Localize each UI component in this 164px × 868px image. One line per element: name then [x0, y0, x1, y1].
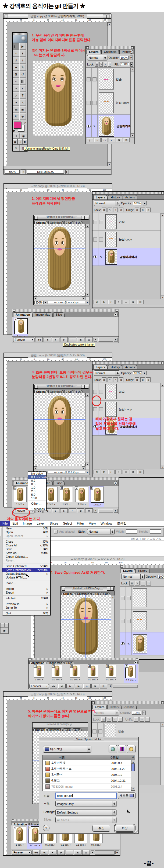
scroll-down-icon[interactable]: ▼: [108, 162, 111, 166]
loop-select[interactable]: Forever▼: [12, 850, 32, 855]
anim-frame-6-selected[interactable]: 6 1 sec.: [91, 487, 104, 506]
frame-delay-select[interactable]: 0.5 sec.: [125, 679, 136, 681]
tab-history[interactable]: History: [107, 705, 121, 709]
scroll-up-icon[interactable]: ▲: [131, 68, 134, 71]
notes-tool-icon[interactable]: ▤: [13, 106, 19, 113]
menu-item-new[interactable]: New…⌘N: [2, 526, 50, 530]
delete-frame-button[interactable]: ▥: [82, 850, 90, 855]
jump-to-photoshop-icon[interactable]: ◉: [0, 627, 8, 634]
delay-current-value[interactable]: 1 seconds: [28, 507, 46, 510]
delete-frame-button[interactable]: ▥: [100, 684, 107, 688]
lasso-tool-icon[interactable]: ○: [13, 50, 19, 57]
quickmask-mode-icon[interactable]: ◉: [20, 133, 27, 139]
zoom-select[interactable]: 300%: [34, 301, 44, 304]
frame-delay-select[interactable]: 0.1 sec.: [44, 843, 57, 846]
style-select[interactable]: Normal: [87, 529, 115, 534]
delay-option-selected[interactable]: 0.1 seconds: [28, 475, 46, 479]
duplicate-frame-button[interactable]: ▣: [74, 850, 81, 855]
unify-style-icon[interactable]: ◘: [146, 377, 151, 382]
menu-item-preview-in[interactable]: Preview In▸: [2, 602, 50, 606]
menu-item-jump-to[interactable]: Jump To▸: [2, 606, 50, 610]
layer-set-button[interactable]: ▭: [123, 470, 129, 474]
menu-item-quit[interactable]: Quit⌘Q: [2, 611, 50, 615]
visibility-toggle[interactable]: [86, 91, 92, 114]
menu-item-import[interactable]: Import▸: [2, 587, 50, 591]
frame-delay-select[interactable]: 0.1 sec.: [70, 678, 80, 681]
delay-option[interactable]: No delay: [28, 472, 46, 475]
layer-name[interactable]: 금발머리여자: [118, 255, 137, 259]
tab-layers[interactable]: Layers: [121, 568, 135, 573]
tab-history[interactable]: History: [135, 568, 150, 573]
loop-select[interactable]: Forever▼: [29, 684, 49, 688]
eye-icon[interactable]: [93, 255, 97, 258]
layer-style-button[interactable]: ƒ.: [108, 470, 115, 474]
stop-button[interactable]: ■: [49, 850, 56, 855]
menu-item-open[interactable]: Open…⌘O: [2, 530, 50, 534]
line-tool-icon[interactable]: ╲: [19, 99, 26, 106]
menu-help[interactable]: 도움말: [115, 521, 129, 526]
brush-tool-icon[interactable]: ✎: [19, 64, 26, 71]
frame-delay-select[interactable]: 1 sec.: [45, 503, 57, 505]
layer-row-lips[interactable]: 입술: [92, 213, 164, 231]
fill-arrow-icon[interactable]: ▶: [130, 62, 133, 67]
zoom-box-icon[interactable]: [103, 14, 106, 18]
next-frame-button[interactable]: |▶: [57, 850, 65, 855]
default-colors-icon[interactable]: ◩: [13, 130, 15, 132]
unify-style-icon[interactable]: ◘: [146, 208, 151, 212]
frame-delay-select[interactable]: 0.1 sec.: [29, 844, 42, 847]
visibility-toggle[interactable]: [86, 68, 92, 91]
dodge-tool-icon[interactable]: ◐: [19, 85, 26, 92]
lock-paint-icon[interactable]: ✎: [135, 581, 139, 586]
layer-name[interactable]: 눈섭 copy: [118, 238, 132, 242]
preview-info[interactable]: -- / -- sec @ 28.8 Kbps: [48, 301, 85, 304]
layer-row-hair-selected[interactable]: ✎ 금발머리여자: [86, 115, 134, 137]
gradient-tool-icon[interactable]: [19, 78, 26, 85]
zoom-tool-icon[interactable]: ⊕: [19, 113, 26, 120]
close-box-icon[interactable]: [34, 216, 38, 219]
file-row[interactable]: 1.토마토넷 2003.9.4: [43, 760, 131, 766]
lock-move-icon[interactable]: +: [113, 377, 118, 382]
settings-select[interactable]: Default Settings: [55, 809, 116, 815]
menu-filter[interactable]: Filter: [75, 521, 87, 526]
prev-frame-button[interactable]: ◀|: [44, 337, 51, 342]
menu-item-save[interactable]: Save⌘S: [2, 547, 50, 551]
menu-file[interactable]: File: [0, 521, 10, 526]
tab-imagemap[interactable]: Image Map: [33, 312, 53, 317]
new-layer-button[interactable]: ▣: [130, 470, 136, 474]
delete-layer-button[interactable]: ▥: [137, 300, 144, 304]
frame-delay-select[interactable]: 1 sec.: [91, 503, 104, 506]
adjustment-layer-button[interactable]: ◐.: [109, 138, 115, 142]
opacity-value[interactable]: 100%: [158, 575, 164, 579]
tab-history[interactable]: History: [108, 195, 122, 199]
loop-select[interactable]: Forever▼: [13, 337, 34, 342]
frame-delay-select[interactable]: 0.1 sec.: [88, 678, 98, 681]
anim-frame-1[interactable]: 1 1 sec.: [13, 826, 26, 846]
tab-animation[interactable]: Animation: [13, 312, 33, 317]
canvas[interactable]: [34, 224, 85, 297]
tab-actions[interactable]: Actions: [123, 195, 137, 199]
path-select-tool-icon[interactable]: ▷: [13, 92, 19, 99]
layer-set-button[interactable]: ▭: [101, 138, 108, 142]
delete-frame-button[interactable]: ▥: [85, 508, 93, 513]
zoom-level[interactable]: 300%: [5, 170, 19, 174]
layer-row-brows[interactable]: 눈섭 copy: [92, 231, 164, 248]
move-tool-icon[interactable]: ▶: [19, 43, 26, 50]
lock-all-icon[interactable]: ◘: [108, 62, 111, 67]
tab-slice[interactable]: Slice: [53, 481, 65, 485]
column-date[interactable]: 수정일: [108, 755, 131, 760]
filename-input[interactable]: gold_girl.gif: [55, 793, 117, 799]
tab-channels[interactable]: Channels: [101, 50, 119, 54]
frame-delay-select[interactable]: 1 sec.: [60, 503, 73, 505]
eye-icon[interactable]: [121, 642, 125, 645]
layer-mask-button[interactable]: ○: [115, 300, 122, 304]
tween-button[interactable]: ∴: [83, 684, 91, 688]
opacity-value[interactable]: 100%: [120, 56, 129, 60]
anim-frame-5[interactable]: 5 0.1 sec.: [106, 665, 116, 681]
ejectable-media-button[interactable]: [109, 745, 117, 753]
doc-size-info[interactable]: Doc: 18K/72K: [27, 170, 64, 174]
anim-frame-3[interactable]: 3 0.1 sec.: [70, 665, 80, 681]
screen-mode-2-icon[interactable]: □: [17, 139, 22, 145]
rewind-button[interactable]: ◀◀: [35, 337, 43, 342]
lock-transparency-icon[interactable]: ▦: [129, 581, 134, 586]
layer-thumbnail[interactable]: [99, 116, 114, 137]
